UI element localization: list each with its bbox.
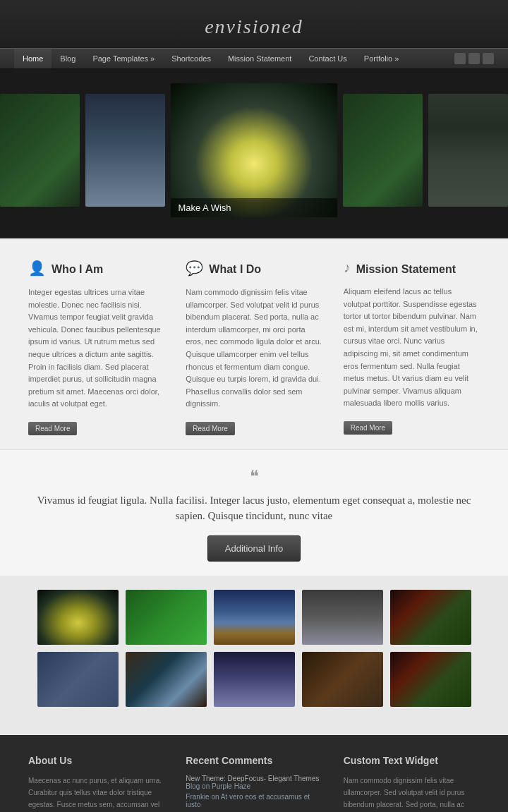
footer-widget-title: Custom Text Widget <box>344 755 480 766</box>
hero-thumb-left-2[interactable] <box>85 94 165 207</box>
nav-links: Home Blog Page Templates » Shortcodes Mi… <box>14 49 407 68</box>
feature-col-what: 💬 What I Do Nam commodo dignissim felis … <box>186 260 322 435</box>
footer-comment-2[interactable]: Frankie on At vero eos et accusamus et i… <box>186 793 322 808</box>
what-icon: 💬 <box>186 260 203 277</box>
portfolio-thumb-10[interactable] <box>390 652 471 707</box>
twitter-icon[interactable] <box>454 53 466 64</box>
quote-icon: ❝ <box>28 467 480 487</box>
footer-section: About Us Maecenas ac nunc purus, et aliq… <box>0 735 508 812</box>
read-more-mission[interactable]: Read More <box>344 421 392 435</box>
nav-item-contact[interactable]: Contact Us <box>300 49 355 68</box>
site-title: envisioned <box>0 8 508 48</box>
facebook-icon[interactable] <box>483 53 494 64</box>
footer-widget-text: Nam commodo dignissim felis vitae ullamc… <box>344 775 480 812</box>
quote-section: ❝ Vivamus id feugiat ligula. Nulla facil… <box>0 449 508 576</box>
portfolio-row-1 <box>21 590 487 645</box>
footer-about-title: About Us <box>28 755 164 766</box>
nav-item-home[interactable]: Home <box>14 49 52 68</box>
rss-icon[interactable] <box>468 53 480 64</box>
nav-bar: Home Blog Page Templates » Shortcodes Mi… <box>0 48 508 69</box>
portfolio-thumb-8[interactable] <box>214 652 295 707</box>
footer-about-text: Maecenas ac nunc purus, et aliquam urna.… <box>28 775 164 812</box>
feature-title-what: 💬 What I Do <box>186 260 322 279</box>
hero-thumb-left-1[interactable] <box>0 94 80 207</box>
features-section: 👤 Who I Am Integer egestas ultrices urna… <box>0 238 508 449</box>
site-header: envisioned Home Blog Page Templates » Sh… <box>0 0 508 69</box>
nav-item-page-templates[interactable]: Page Templates » <box>84 49 163 68</box>
footer-comment-1[interactable]: New Theme: DeepFocus- Elegant ThemesBlog… <box>186 775 322 790</box>
nav-item-portfolio[interactable]: Portfolio » <box>356 49 408 68</box>
feature-col-mission: ♪ Mission Statement Aliquam eleifend lac… <box>344 260 480 435</box>
portfolio-thumb-5[interactable] <box>390 590 471 645</box>
portfolio-thumb-9[interactable] <box>302 652 383 707</box>
portfolio-thumb-2[interactable] <box>126 590 207 645</box>
feature-text-what: Nam commodo dignissim felis vitae ullamc… <box>186 286 322 411</box>
feature-text-who: Integer egestas ultrices urna vitae mole… <box>28 286 164 411</box>
feature-col-who: 👤 Who I Am Integer egestas ultrices urna… <box>28 260 164 435</box>
portfolio-thumb-6[interactable] <box>37 652 119 707</box>
portfolio-thumb-7[interactable] <box>126 652 207 707</box>
nav-item-mission[interactable]: Mission Statement <box>219 49 300 68</box>
footer-col-widget: Custom Text Widget Nam commodo dignissim… <box>344 755 480 812</box>
feature-title-mission: ♪ Mission Statement <box>344 260 480 279</box>
feature-title-who: 👤 Who I Am <box>28 260 164 279</box>
hero-thumb-right-1[interactable] <box>343 94 423 207</box>
mission-icon: ♪ <box>344 260 351 276</box>
feature-text-mission: Aliquam eleifend lacus ac tellus volutpa… <box>344 286 480 410</box>
nav-item-shortcodes[interactable]: Shortcodes <box>163 49 219 68</box>
hero-thumb-right-2[interactable] <box>428 94 508 207</box>
portfolio-section <box>0 576 508 735</box>
footer-col-about: About Us Maecenas ac nunc purus, et aliq… <box>28 755 164 812</box>
portfolio-thumb-3[interactable] <box>214 590 295 645</box>
portfolio-thumb-1[interactable] <box>37 590 119 645</box>
additional-info-button[interactable]: Additional Info <box>207 535 301 562</box>
hero-caption: Make A Wish <box>171 198 337 217</box>
hero-main-image[interactable]: Make A Wish <box>171 83 337 217</box>
read-more-what[interactable]: Read More <box>186 422 234 435</box>
read-more-who[interactable]: Read More <box>28 422 77 435</box>
quote-text: Vivamus id feugiat ligula. Nulla facilis… <box>28 492 480 524</box>
portfolio-row-2 <box>21 652 487 707</box>
nav-item-blog[interactable]: Blog <box>52 49 84 68</box>
footer-comments-title: Recent Comments <box>186 755 322 766</box>
hero-section: Make A Wish <box>0 69 508 238</box>
who-icon: 👤 <box>28 260 46 277</box>
nav-social <box>454 53 494 64</box>
portfolio-thumb-4[interactable] <box>302 590 383 645</box>
footer-col-comments: Recent Comments New Theme: DeepFocus- El… <box>186 755 322 812</box>
